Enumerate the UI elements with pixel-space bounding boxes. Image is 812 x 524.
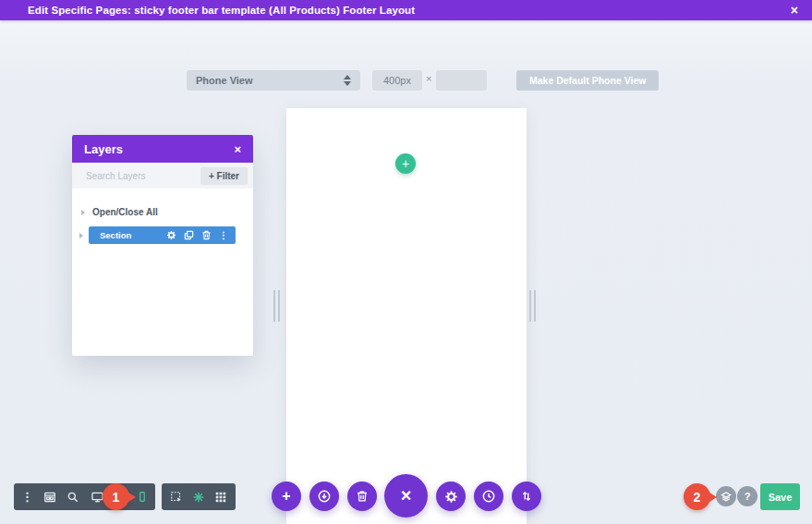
resize-handle-left[interactable] — [273, 290, 280, 322]
view-mode-value: Phone View — [196, 75, 253, 86]
view-mode-select[interactable]: Phone View — [187, 70, 360, 91]
duplicate-icon[interactable] — [184, 230, 194, 240]
layers-panel: Layers × + Filter Open/Close All Section — [72, 135, 253, 356]
viewport-height-input[interactable] — [436, 70, 487, 91]
top-header-bar: Edit Specific Pages: sticky footer bar t… — [0, 0, 812, 20]
viewport-width-input[interactable] — [372, 70, 422, 91]
options-menu-icon[interactable]: ⋮ — [21, 491, 33, 503]
make-default-phone-view-button[interactable]: Make Default Phone View — [516, 70, 659, 91]
grid-view-icon[interactable] — [214, 491, 227, 504]
open-close-all-row[interactable]: Open/Close All — [72, 207, 253, 217]
annotation-pin-1: 1 — [103, 483, 129, 510]
exit-builder-button[interactable]: × — [384, 474, 428, 518]
close-icon: × — [401, 485, 412, 506]
annotation-pin-2: 2 — [684, 483, 710, 510]
layers-list: Open/Close All Section — [72, 189, 253, 244]
page-title: Edit Specific Pages: sticky footer bar t… — [0, 5, 415, 16]
click-mode-icon[interactable] — [170, 491, 183, 504]
settings-button[interactable] — [436, 481, 466, 511]
section-label: Section — [100, 230, 159, 240]
gear-icon[interactable] — [166, 230, 176, 240]
layers-close-icon[interactable]: × — [234, 142, 241, 156]
layers-toggle-button[interactable] — [716, 486, 736, 506]
chevron-right-icon[interactable] — [79, 233, 83, 238]
layers-panel-title: Layers — [84, 142, 123, 156]
save-to-library-button[interactable] — [309, 481, 339, 511]
trash-button[interactable] — [347, 481, 377, 511]
help-button[interactable]: ? — [737, 486, 757, 506]
phone-view-icon[interactable] — [137, 491, 148, 503]
dots-vertical-icon[interactable]: ⋮ — [219, 231, 228, 240]
chevron-right-icon — [81, 210, 85, 215]
layers-panel-header[interactable]: Layers × — [72, 135, 253, 163]
trash-icon[interactable] — [201, 230, 212, 240]
select-stepper-icon — [344, 75, 351, 86]
resize-handle-right[interactable] — [529, 290, 536, 322]
interaction-mode-icon[interactable] — [192, 491, 205, 504]
section-layer-row[interactable]: Section — [79, 226, 253, 244]
add-button[interactable]: + — [272, 481, 301, 511]
history-button[interactable] — [474, 481, 503, 511]
section-layer-bar[interactable]: Section — [89, 226, 236, 244]
zoom-icon[interactable] — [67, 491, 79, 504]
save-button[interactable]: Save — [760, 483, 800, 510]
open-close-all-label: Open/Close All — [92, 207, 158, 217]
filter-button[interactable]: + Filter — [200, 167, 248, 185]
dimension-separator: × — [426, 73, 431, 84]
portability-button[interactable] — [512, 481, 541, 511]
divi-builder-screen: Edit Specific Pages: sticky footer bar t… — [0, 0, 812, 524]
close-icon[interactable]: × — [791, 0, 798, 20]
interaction-mode-toolbar — [162, 483, 236, 510]
layers-search-row: + Filter — [72, 163, 253, 189]
layers-search-input[interactable] — [84, 170, 180, 182]
wireframe-view-icon[interactable] — [43, 491, 56, 504]
add-section-button[interactable]: + — [395, 153, 416, 174]
